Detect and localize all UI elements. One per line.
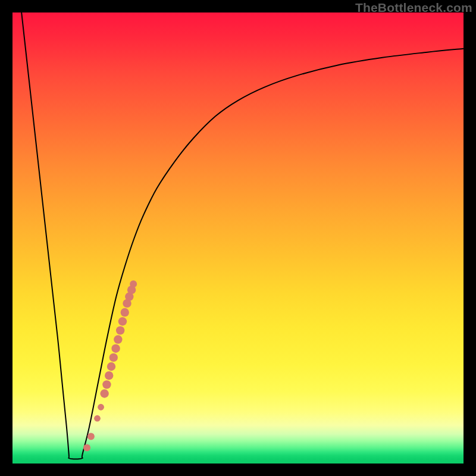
marker-dot bbox=[100, 389, 108, 397]
watermark-text: TheBottleneck.com bbox=[355, 1, 472, 15]
marker-dot bbox=[98, 404, 104, 411]
marker-dot bbox=[102, 380, 111, 389]
marker-dot bbox=[107, 362, 115, 371]
marker-dot bbox=[94, 415, 101, 422]
marker-dot bbox=[114, 335, 122, 343]
chart-frame: TheBottleneck.com bbox=[0, 0, 476, 476]
marker-dot bbox=[116, 326, 124, 334]
marker-dot bbox=[118, 317, 127, 325]
highlighted-markers bbox=[83, 280, 137, 451]
chart-svg bbox=[12, 12, 464, 464]
marker-dot bbox=[111, 345, 120, 353]
bottleneck-curve bbox=[21, 12, 464, 459]
marker-dot bbox=[105, 371, 113, 380]
marker-dot bbox=[121, 308, 129, 317]
marker-dot bbox=[87, 433, 95, 440]
marker-dot bbox=[83, 444, 90, 451]
marker-dot bbox=[130, 280, 137, 287]
marker-dot bbox=[109, 353, 118, 362]
curve-path bbox=[21, 12, 464, 459]
